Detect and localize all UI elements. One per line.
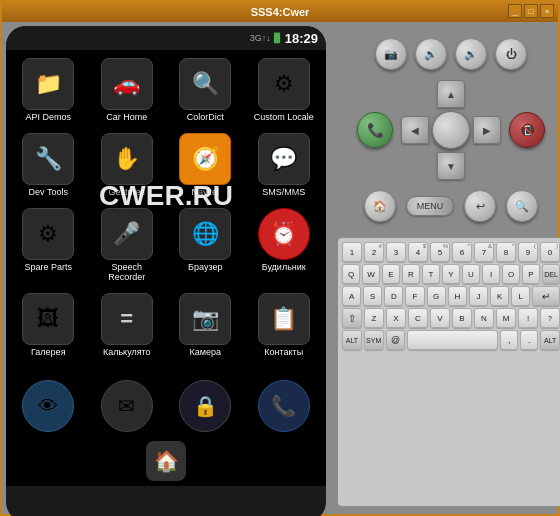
app-car-home[interactable]: 🚗 Car Home xyxy=(89,54,166,127)
app-colordict[interactable]: 🔍 ColorDict xyxy=(167,54,244,127)
key-shift[interactable]: ⇧ xyxy=(342,308,362,328)
window-title: SSS4:Cwer xyxy=(251,6,310,18)
key-3[interactable]: 3 xyxy=(386,242,406,262)
end-call-button[interactable]: 📵 xyxy=(509,112,545,148)
key-9[interactable]: 9( xyxy=(518,242,538,262)
key-2[interactable]: 2# xyxy=(364,242,384,262)
content-area: 3G↑↓ ▉ 18:29 📁 API Demos 🚗 Car Home xyxy=(2,22,558,514)
status-icons: 3G↑↓ ▉ xyxy=(250,33,281,43)
search-control-button[interactable]: 🔍 xyxy=(506,190,538,222)
dpad-left-button[interactable]: ◀ xyxy=(401,116,429,144)
phone-screen: 📁 API Demos 🚗 Car Home 🔍 ColorDict ⚙ Cus… xyxy=(6,50,326,486)
dpad-right-button[interactable]: ▶ xyxy=(473,116,501,144)
key-enter[interactable]: ↵ xyxy=(532,286,560,306)
dock-app3[interactable]: 🔒 xyxy=(167,376,244,436)
maximize-button[interactable]: □ xyxy=(524,4,538,18)
key-8[interactable]: 8* xyxy=(496,242,516,262)
key-a[interactable]: A xyxy=(342,286,361,306)
key-f[interactable]: F xyxy=(405,286,424,306)
key-j[interactable]: J xyxy=(469,286,488,306)
app-dev-tools[interactable]: 🔧 Dev Tools xyxy=(10,129,87,202)
key-e[interactable]: E xyxy=(382,264,400,284)
key-d[interactable]: D xyxy=(384,286,403,306)
dock-app2[interactable]: ✉ xyxy=(89,376,166,436)
close-button[interactable]: × xyxy=(540,4,554,18)
power-button[interactable]: ⏻ xyxy=(495,38,527,70)
app-speech-recorder[interactable]: 🎤 Speech Recorder xyxy=(89,204,166,288)
volume-up-button[interactable]: 🔊 xyxy=(415,38,447,70)
app-calculator[interactable]: = Калькулято xyxy=(89,289,166,362)
key-o[interactable]: O xyxy=(502,264,520,284)
key-c[interactable]: C xyxy=(408,308,428,328)
key-comma[interactable]: , xyxy=(500,330,518,350)
dock-app4[interactable]: 📞 xyxy=(246,376,323,436)
key-1[interactable]: 1 xyxy=(342,242,362,262)
key-s[interactable]: S xyxy=(363,286,382,306)
window-controls: _ □ × xyxy=(508,4,554,18)
dock-app1[interactable]: 👁 xyxy=(10,376,87,436)
key-4[interactable]: 4$ xyxy=(408,242,428,262)
key-t[interactable]: T xyxy=(422,264,440,284)
app-contacts[interactable]: 📋 Контакты xyxy=(246,289,323,362)
app-custom-locale[interactable]: ⚙ Custom Locale xyxy=(246,54,323,127)
key-m[interactable]: M xyxy=(496,308,516,328)
bottom-nav: 🏠 xyxy=(6,436,326,486)
key-at[interactable]: @ xyxy=(386,330,406,350)
app-camera[interactable]: 📷 Камера xyxy=(167,289,244,362)
key-x[interactable]: X xyxy=(386,308,406,328)
key-l[interactable]: L xyxy=(511,286,530,306)
app-spare-parts[interactable]: ⚙ Spare Parts xyxy=(10,204,87,288)
key-z[interactable]: Z xyxy=(364,308,384,328)
app-navitel[interactable]: 🧭 Navitel xyxy=(167,129,244,202)
volume-down-button[interactable]: 🔉 xyxy=(455,38,487,70)
app-gestures[interactable]: ✋ Gestures xyxy=(89,129,166,202)
app-gallery[interactable]: 🖼 Галерея xyxy=(10,289,87,362)
dock-row: 👁 ✉ 🔒 📞 xyxy=(6,372,326,436)
key-alt-right[interactable]: ALT xyxy=(540,330,560,350)
key-g[interactable]: G xyxy=(427,286,446,306)
key-i[interactable]: I xyxy=(482,264,500,284)
dpad-call-row: 📞 ▲ ◀ ▶ ▼ 📵 xyxy=(357,76,545,184)
key-question[interactable]: ? xyxy=(540,308,560,328)
key-period[interactable]: . xyxy=(520,330,538,350)
dpad-down-button[interactable]: ▼ xyxy=(437,152,465,180)
key-0[interactable]: 0) xyxy=(540,242,560,262)
menu-button[interactable]: MENU xyxy=(406,196,455,216)
key-sym[interactable]: SYM xyxy=(364,330,384,350)
dpad-center-button[interactable] xyxy=(432,111,470,149)
app-grid: 📁 API Demos 🚗 Car Home 🔍 ColorDict ⚙ Cus… xyxy=(6,50,326,366)
key-v[interactable]: V xyxy=(430,308,450,328)
control-panel: 📷 🔊 🔉 ⏻ 📞 ▲ ◀ ▶ ▼ 📵 xyxy=(330,22,560,514)
key-n[interactable]: N xyxy=(474,308,494,328)
kb-zxcv-row: ⇧ Z X C V B N M ! ? xyxy=(342,308,560,328)
key-k[interactable]: K xyxy=(490,286,509,306)
key-p[interactable]: P xyxy=(522,264,540,284)
dpad-up-button[interactable]: ▲ xyxy=(437,80,465,108)
key-5[interactable]: 5% xyxy=(430,242,450,262)
key-exclaim[interactable]: ! xyxy=(518,308,538,328)
back-button[interactable]: ↩ xyxy=(464,190,496,222)
key-del[interactable]: DEL xyxy=(542,264,560,284)
key-space[interactable] xyxy=(407,330,498,350)
app-sms-mms[interactable]: 💬 SMS/MMS xyxy=(246,129,323,202)
app-browser[interactable]: 🌐 Браузер xyxy=(167,204,244,288)
app-api-demos[interactable]: 📁 API Demos xyxy=(10,54,87,127)
minimize-button[interactable]: _ xyxy=(508,4,522,18)
key-h[interactable]: H xyxy=(448,286,467,306)
key-u[interactable]: U xyxy=(462,264,480,284)
call-button[interactable]: 📞 xyxy=(357,112,393,148)
battery-icon: ▉ xyxy=(274,33,281,43)
key-6[interactable]: 6^ xyxy=(452,242,472,262)
key-q[interactable]: Q xyxy=(342,264,360,284)
key-b[interactable]: B xyxy=(452,308,472,328)
home-control-button[interactable]: 🏠 xyxy=(364,190,396,222)
key-7[interactable]: 7& xyxy=(474,242,494,262)
key-alt-left[interactable]: ALT xyxy=(342,330,362,350)
main-window: SSS4:Cwer _ □ × 3G↑↓ ▉ 18:29 xyxy=(0,0,560,516)
camera-control-button[interactable]: 📷 xyxy=(375,38,407,70)
key-r[interactable]: R xyxy=(402,264,420,284)
key-y[interactable]: Y xyxy=(442,264,460,284)
key-w[interactable]: W xyxy=(362,264,380,284)
home-button[interactable]: 🏠 xyxy=(146,441,186,481)
app-alarm[interactable]: ⏰ Будильник xyxy=(246,204,323,288)
